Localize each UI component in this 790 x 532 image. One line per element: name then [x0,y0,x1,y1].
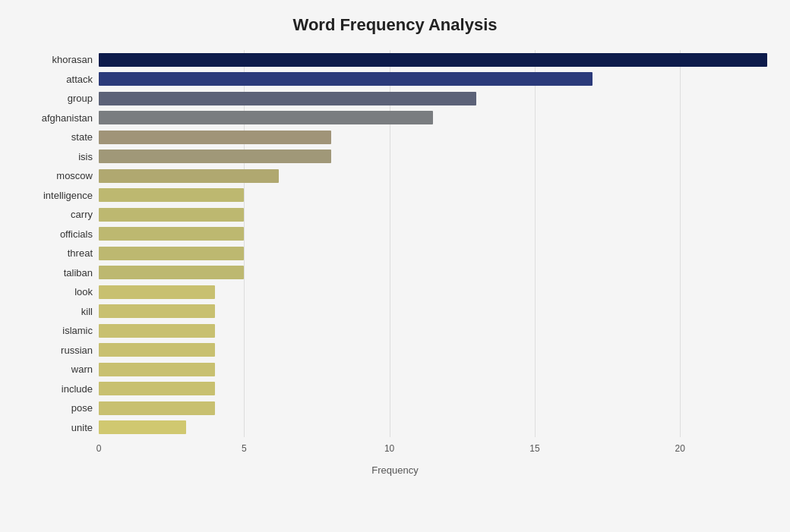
y-label: intelligence [43,186,93,204]
bars-wrapper [99,50,767,437]
bar-row [99,303,767,320]
bar [99,266,244,279]
bar-row [99,361,767,378]
y-label: islamic [62,322,93,340]
x-axis-section: 05101520 [23,440,767,463]
chart-title: Word Frequency Analysis [23,15,767,35]
y-label: kill [81,302,93,320]
bar-row [99,264,767,281]
y-label: officials [60,225,93,243]
bar [99,111,433,124]
bar [99,343,215,357]
x-axis-spacer [23,440,99,463]
bar-row [99,90,767,107]
bar-row [99,109,767,126]
y-label: taliban [64,263,93,282]
bar-row [99,168,767,184]
y-label: russian [61,341,93,359]
y-label: state [71,128,93,146]
y-label: attack [66,70,93,88]
y-label: carry [71,206,93,224]
bar-row [99,245,767,262]
x-tick-label: 5 [242,443,247,454]
bar-row [99,323,767,339]
bar [99,72,592,86]
bar [99,150,331,163]
bar [99,188,244,202]
y-label: khorasan [52,51,93,69]
y-label: unite [71,418,93,436]
bar-row [99,52,767,68]
bar-row [99,206,767,223]
bar-row [99,129,767,146]
bar [99,285,215,299]
bar [99,208,244,222]
y-label: group [68,90,93,108]
x-tick-label: 0 [96,443,102,454]
chart-area: khorasanattackgroupafghanistanstateisism… [23,50,767,476]
bar [99,247,244,260]
y-label: threat [68,244,93,263]
bar-row [99,400,767,417]
bar [99,131,331,144]
bar-row [99,284,767,301]
y-label: look [74,283,93,301]
x-tick-label: 20 [675,443,685,454]
y-labels: khorasanattackgroupafghanistanstateisism… [23,50,99,437]
bar [99,92,476,105]
bars-and-grid [99,50,767,437]
bar [99,53,767,67]
bar-row [99,148,767,165]
bar [99,420,186,434]
bar-row [99,342,767,358]
y-label: isis [78,147,93,165]
chart-container: Word Frequency Analysis khorasanattackgr… [0,0,790,532]
bar-row [99,225,767,242]
y-label: afghanistan [42,109,93,127]
bar-row [99,71,767,87]
x-axis-labels: 05101520 [99,440,767,463]
y-label: pose [71,399,93,417]
bar [99,169,279,183]
bar [99,304,215,318]
bar-row [99,187,767,203]
x-tick-label: 15 [529,443,539,454]
bar-row [99,419,767,436]
x-tick-label: 10 [384,443,394,454]
bar-row [99,380,767,397]
y-label: moscow [56,167,93,185]
bar [99,401,215,415]
bar [99,382,215,395]
y-label: include [62,379,93,398]
bar [99,363,215,376]
bar [99,324,215,338]
bar [99,227,244,241]
y-label: warn [71,360,93,379]
bars-section: khorasanattackgroupafghanistanstateisism… [23,50,767,437]
x-axis-title: Frequency [23,464,767,476]
